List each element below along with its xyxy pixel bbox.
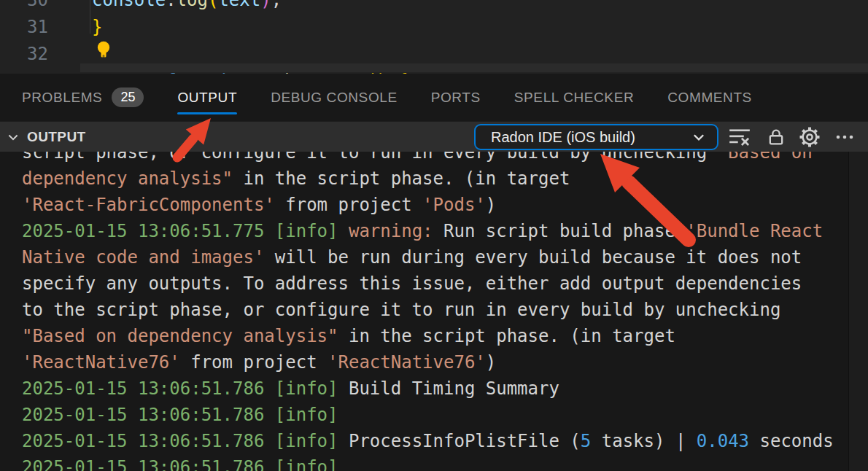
editor-line-32: 32 bbox=[0, 41, 868, 68]
tab-label: OUTPUT bbox=[177, 90, 237, 106]
lock-icon bbox=[766, 127, 786, 147]
output-panel-title: OUTPUT bbox=[27, 129, 86, 145]
text-segment: ) bbox=[486, 195, 496, 215]
text-segment: [info] bbox=[275, 221, 338, 241]
log-line: 2025-01-15 13:06:51.786 [info] ProcessIn… bbox=[22, 428, 853, 454]
text-segment: dependency analysis" bbox=[22, 168, 233, 189]
log-line: 2025-01-15 13:06:51.786 [info] bbox=[22, 402, 853, 428]
tab-debug-console[interactable]: DEBUG CONSOLE bbox=[271, 74, 398, 121]
chevron-down-icon bbox=[691, 129, 707, 145]
text-segment: console bbox=[92, 0, 166, 10]
text-segment: } bbox=[92, 17, 102, 37]
text-segment: ) bbox=[260, 0, 271, 10]
tab-label: SPELL CHECKER bbox=[514, 90, 634, 106]
line-number: 32 bbox=[0, 41, 48, 68]
text-segment: from project bbox=[180, 352, 328, 373]
tab-label: DEBUG CONSOLE bbox=[271, 90, 398, 106]
line-number: 33 bbox=[0, 68, 48, 74]
text-segment: 0.043 bbox=[697, 431, 749, 451]
line-number: 30 bbox=[0, 0, 48, 14]
text-segment: [info] bbox=[275, 378, 338, 399]
log-line: dependency analysis" in the script phase… bbox=[22, 166, 853, 192]
text-segment: ) bbox=[486, 352, 496, 373]
text-segment: "Based on dependency analysis" bbox=[22, 326, 338, 346]
text-segment: specify any outputs. To address this iss… bbox=[22, 273, 802, 294]
text-segment: 'Pods' bbox=[422, 195, 486, 215]
gear-icon bbox=[799, 126, 821, 148]
line-number: 31 bbox=[0, 14, 48, 41]
text-segment: in the script phase. (in target bbox=[338, 326, 675, 346]
code-text: } bbox=[92, 14, 102, 41]
log-line: "Based on dependency analysis" in the sc… bbox=[22, 323, 853, 349]
text-segment: [info] bbox=[275, 457, 338, 471]
text-segment: 5 bbox=[581, 431, 591, 451]
text-segment: Native code and images' bbox=[22, 247, 264, 268]
vscode-window: 30console.log(text);31}3233export functi… bbox=[0, 0, 868, 471]
log-line: 'ReactNative76' from project 'ReactNativ… bbox=[22, 349, 853, 375]
text-segment: 'React-FabricComponents' bbox=[22, 195, 275, 215]
problems-count-badge: 25 bbox=[112, 87, 144, 107]
text-segment: to the script phase, or configure it to … bbox=[22, 300, 780, 320]
text-segment: text bbox=[218, 0, 260, 10]
editor-line-31: 31} bbox=[0, 14, 868, 41]
output-channel-value: Radon IDE (iOS build) bbox=[491, 129, 635, 146]
text-segment: 2025-01-15 13:06:51.786 bbox=[22, 457, 275, 471]
text-segment: in the script phase. (in target bbox=[233, 168, 570, 189]
more-actions-button[interactable] bbox=[833, 125, 856, 149]
tab-output[interactable]: OUTPUT bbox=[177, 74, 237, 121]
text-segment: 2025-01-15 13:06:51.786 bbox=[22, 431, 275, 451]
lightbulb-icon[interactable] bbox=[96, 40, 113, 61]
text-segment: ( bbox=[208, 0, 218, 10]
text-segment: seconds bbox=[749, 431, 834, 451]
lock-autoscroll-button[interactable] bbox=[764, 125, 788, 149]
tab-ports[interactable]: PORTS bbox=[431, 74, 481, 121]
text-segment: 'Bundle React bbox=[686, 221, 823, 241]
text-segment bbox=[338, 221, 348, 241]
text-segment: [info] bbox=[275, 431, 338, 451]
chevron-down-icon[interactable] bbox=[6, 130, 20, 144]
text-segment: . bbox=[166, 0, 176, 10]
clear-output-icon bbox=[729, 126, 751, 148]
output-channel-dropdown[interactable]: Radon IDE (iOS build) bbox=[474, 124, 718, 150]
log-line: specify any outputs. To address this iss… bbox=[22, 270, 853, 297]
clear-output-button[interactable] bbox=[728, 125, 751, 149]
output-settings-button[interactable] bbox=[798, 125, 821, 149]
tab-comments[interactable]: COMMENTS bbox=[667, 74, 752, 121]
text-segment: will be run during every build because i… bbox=[264, 247, 802, 268]
editor-line-33: 33export function MainScreen() { bbox=[0, 68, 868, 74]
tab-label: PROBLEMS bbox=[22, 90, 102, 106]
output-panel-header: OUTPUT Radon IDE (iOS build) bbox=[0, 121, 868, 152]
text-segment: log bbox=[177, 0, 208, 10]
text-segment: Run script build phase bbox=[433, 221, 686, 241]
tab-spell-checker[interactable]: SPELL CHECKER bbox=[514, 74, 634, 121]
tab-label: PORTS bbox=[431, 90, 481, 106]
code-text: export function MainScreen() { bbox=[92, 68, 408, 74]
log-scrollbar[interactable] bbox=[848, 152, 868, 471]
text-segment: Build Timing Summary bbox=[338, 378, 559, 399]
text-segment: from project bbox=[275, 195, 422, 215]
tab-problems[interactable]: PROBLEMS25 bbox=[22, 74, 144, 121]
text-segment: ; bbox=[271, 0, 282, 10]
log-line: 2025-01-15 13:06:51.786 [info] Build Tim… bbox=[22, 375, 853, 402]
code-text: console.log(text); bbox=[92, 0, 282, 14]
panel-tab-bar: PROBLEMS25OUTPUTDEBUG CONSOLEPORTSSPELL … bbox=[0, 74, 868, 121]
text-segment: tasks) | bbox=[591, 431, 697, 451]
text-segment: 2025-01-15 13:06:51.786 bbox=[22, 378, 275, 399]
tab-label: COMMENTS bbox=[667, 90, 752, 106]
text-segment: ProcessInfoPlistFile ( bbox=[338, 431, 580, 451]
text-segment: 2025-01-15 13:06:51.775 bbox=[22, 221, 275, 241]
log-line: Native code and images' will be run duri… bbox=[22, 244, 853, 270]
log-line: 'React-FabricComponents' from project 'P… bbox=[22, 192, 853, 218]
log-line: to the script phase, or configure it to … bbox=[22, 297, 853, 323]
log-line: 2025-01-15 13:06:51.786 [info] bbox=[22, 454, 853, 471]
log-line: 2025-01-15 13:06:51.775 [info] warning: … bbox=[22, 218, 853, 244]
text-segment: [info] bbox=[275, 405, 338, 425]
text-segment: 'ReactNative76' bbox=[328, 352, 486, 373]
code-editor: 30console.log(text);31}3233export functi… bbox=[0, 0, 868, 74]
text-segment: warning: bbox=[349, 221, 433, 241]
output-log: script phase, or configure it to run in … bbox=[22, 139, 853, 471]
editor-line-30: 30console.log(text); bbox=[0, 0, 868, 14]
ellipsis-icon bbox=[834, 126, 856, 148]
text-segment: 'ReactNative76' bbox=[22, 352, 180, 373]
text-segment: 2025-01-15 13:06:51.786 bbox=[22, 405, 275, 425]
